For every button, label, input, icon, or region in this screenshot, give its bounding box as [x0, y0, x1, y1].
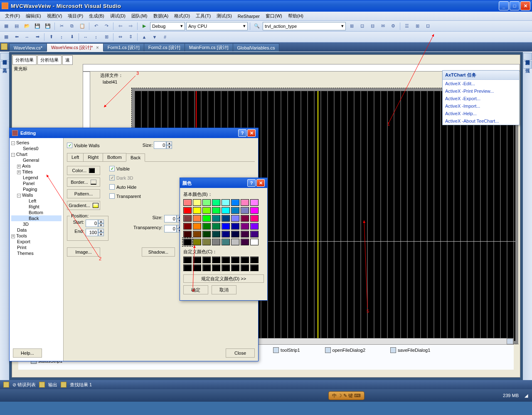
error-list-tab[interactable]: ⊘ 错误列表 [12, 382, 36, 388]
properties-tab[interactable]: 属性 [523, 61, 532, 69]
color-swatch[interactable] [212, 239, 220, 245]
pin-icon-2[interactable] [3, 382, 9, 388]
color-swatch[interactable] [231, 207, 239, 214]
color-swatch[interactable] [193, 215, 201, 222]
save-all-icon[interactable]: 💾 [43, 22, 52, 30]
same-w-icon[interactable]: ↔ [81, 33, 90, 41]
align-bot-icon[interactable]: ⬇ [67, 33, 76, 41]
color-swatch[interactable] [250, 223, 259, 230]
maximize-button[interactable]: □ [510, 1, 520, 10]
color-swatch[interactable] [212, 215, 220, 222]
color-swatch[interactable] [193, 223, 201, 230]
menu-item[interactable]: 数据(A) [151, 12, 171, 20]
color-swatch[interactable] [193, 231, 201, 237]
color-swatch[interactable] [231, 231, 239, 237]
add-item-icon[interactable]: ▤ [12, 22, 21, 30]
proptab-2[interactable]: 分析结果 [37, 55, 62, 65]
doc-tab[interactable]: Form2.cs [设计] [144, 43, 185, 52]
tree-back[interactable]: Back [11, 215, 62, 221]
ok-button[interactable]: 确定 [183, 285, 208, 294]
close-button-dialog[interactable]: Close [226, 348, 255, 358]
open-icon[interactable]: 📂 [22, 22, 32, 30]
basic-palette[interactable] [183, 199, 264, 245]
tree-axis[interactable]: Axis [22, 163, 31, 168]
proptab-3[interactable]: 速 [62, 55, 73, 65]
menu-item[interactable]: 工具(T) [193, 12, 213, 20]
align-left-icon[interactable]: ⬅ [12, 33, 21, 41]
color-swatch[interactable] [222, 231, 230, 237]
visible-walls-check[interactable]: ✓Visible Walls [67, 143, 100, 148]
color-help-icon[interactable]: ? [247, 179, 256, 187]
autohide-check[interactable]: Auto Hide [109, 184, 141, 190]
tree-right[interactable]: Right [11, 204, 62, 210]
align-mid-icon[interactable]: ↕ [57, 33, 66, 41]
t5-icon[interactable]: ⚙ [389, 22, 398, 30]
same-h-icon[interactable]: ↕ [91, 33, 101, 41]
send-back-icon[interactable]: ▼ [150, 33, 159, 41]
wall-tab-back[interactable]: Back [126, 153, 145, 162]
align-top-icon[interactable]: ⬆ [47, 33, 56, 41]
tree-left[interactable]: Left [11, 198, 62, 204]
find-icon[interactable]: 🔍 [252, 22, 261, 30]
color-swatch[interactable] [222, 215, 230, 222]
t1-icon[interactable]: ⊞ [347, 22, 356, 30]
doc-tab[interactable]: WaveView.cs [设计]*× [47, 43, 103, 52]
menu-item[interactable]: 格式(O) [172, 12, 192, 20]
tree-titles[interactable]: Titles [22, 169, 33, 174]
color-swatch[interactable] [183, 207, 192, 214]
tree-3d[interactable]: 3D [11, 221, 62, 227]
color-close-icon[interactable]: ✕ [256, 179, 265, 187]
tree-panel[interactable]: Panel [11, 180, 62, 186]
pin-icon[interactable] [1, 43, 7, 50]
platform-combo[interactable]: Any CPU▾ [186, 22, 248, 30]
color-swatch[interactable] [202, 239, 211, 245]
proptab-1[interactable]: 分析结果 [12, 55, 37, 65]
align-center-icon[interactable]: ↔ [22, 33, 32, 41]
color-swatch[interactable] [202, 207, 211, 214]
smart-link[interactable]: ActiveX -Help... [443, 110, 519, 117]
close-tab-icon[interactable]: × [96, 45, 99, 50]
close-button[interactable]: ✕ [520, 1, 530, 10]
tree-walls[interactable]: Walls [22, 193, 33, 198]
tray-component[interactable]: toolStrip1 [273, 347, 300, 353]
color-swatch[interactable] [212, 207, 220, 214]
visible-check[interactable]: ✓Visible [109, 166, 141, 171]
tree-print[interactable]: Print [11, 245, 62, 250]
server-explorer-tab[interactable]: 服务器资源管理器 [0, 53, 9, 60]
align-grid-icon[interactable]: ▦ [2, 33, 11, 41]
color-swatch[interactable] [183, 231, 192, 237]
menu-item[interactable]: ReSharper [235, 13, 262, 20]
pattern-button[interactable]: Pattern... [67, 189, 100, 198]
shadow-button[interactable]: Shadow... [142, 247, 175, 257]
menu-item[interactable]: 窗口(W) [263, 12, 285, 20]
menu-item[interactable]: 生成(B) [86, 12, 107, 20]
tree-general[interactable]: General [11, 157, 62, 163]
color-swatch[interactable] [212, 199, 220, 206]
toolbox-tab[interactable]: 工具箱 [0, 61, 9, 69]
undo-icon[interactable]: ↶ [91, 22, 101, 30]
tree-export[interactable]: Export [11, 239, 62, 245]
color-swatch[interactable] [193, 199, 201, 206]
nav-back-icon[interactable]: ⇦ [116, 22, 125, 30]
tray-component[interactable]: saveFileDialog1 [390, 347, 430, 353]
smart-link[interactable]: ActiveX -Edit... [443, 80, 519, 87]
config-combo[interactable]: Debug▾ [150, 22, 185, 30]
color-swatch[interactable] [250, 207, 259, 214]
define-custom-button[interactable]: 规定自定义颜色(D) >> [183, 274, 264, 283]
tree-themes[interactable]: Themes [11, 250, 62, 256]
menu-item[interactable]: 团队(M) [129, 12, 150, 20]
color-swatch[interactable] [212, 223, 220, 230]
bring-front-icon[interactable]: ▲ [140, 33, 149, 41]
menu-item[interactable]: 帮助(H) [286, 12, 306, 20]
t8-icon[interactable]: ⊡ [423, 22, 432, 30]
doc-tab[interactable]: WaveView.cs* [9, 43, 47, 52]
menu-item[interactable]: 文件(F) [2, 12, 22, 20]
t3-icon[interactable]: ⊟ [368, 22, 377, 30]
copy-icon[interactable]: ⧉ [67, 22, 76, 30]
minimize-button[interactable]: _ [499, 1, 509, 10]
hspace-icon[interactable]: ⇔ [116, 33, 125, 41]
tree-paging[interactable]: Paging [11, 186, 62, 192]
color-swatch[interactable] [202, 223, 211, 230]
doc-tab[interactable]: Form1.cs [设计] [103, 43, 144, 52]
color-swatch[interactable] [212, 231, 220, 237]
